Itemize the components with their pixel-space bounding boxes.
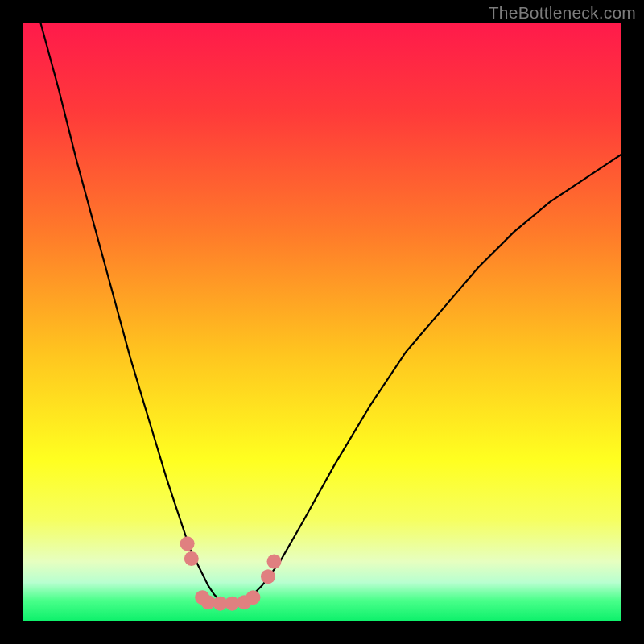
chart-marker [180, 536, 195, 551]
chart-marker [267, 555, 282, 569]
chart-marker [246, 590, 260, 605]
watermark-text: TheBottleneck.com [489, 3, 636, 23]
chart-frame: TheBottleneck.com [0, 0, 644, 644]
chart-background [23, 23, 621, 621]
chart-marker [184, 551, 199, 566]
chart-plot-area [23, 23, 621, 621]
chart-svg [23, 23, 621, 621]
chart-marker [261, 569, 275, 584]
